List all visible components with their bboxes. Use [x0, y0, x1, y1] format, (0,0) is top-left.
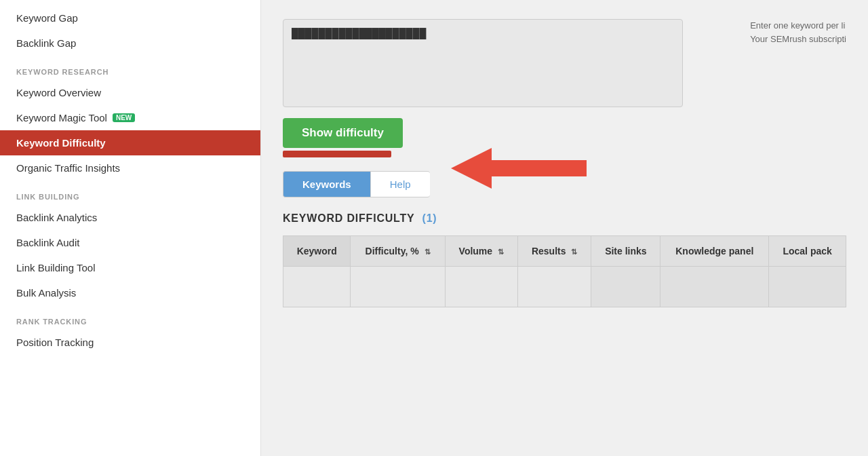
col-header-keyword: Keyword — [283, 236, 351, 267]
col-header-local-pack: Local pack — [769, 236, 846, 267]
section-label-link-building: LINK BUILDING — [0, 180, 260, 205]
col-header-difficulty[interactable]: Difficulty, % ⇅ — [351, 236, 445, 267]
section-heading: KEYWORD DIFFICULTY (1) — [283, 212, 846, 225]
sidebar-item-keyword-difficulty[interactable]: Keyword Difficulty — [0, 130, 260, 155]
section-label-rank-tracking: RANK TRACKING — [0, 305, 260, 330]
show-difficulty-button[interactable]: Show difficulty — [283, 118, 403, 148]
section-label-keyword-research: KEYWORD RESEARCH — [0, 56, 260, 80]
new-badge: NEW — [113, 113, 135, 122]
keyword-difficulty-table: Keyword Difficulty, % ⇅ Volume ⇅ Results… — [283, 235, 846, 307]
tab-keywords[interactable]: Keywords — [283, 171, 370, 197]
tabs-row: Keywords Help — [283, 171, 846, 197]
sidebar-item-backlink-audit[interactable]: Backlink Audit — [0, 230, 260, 255]
red-bar-indicator — [283, 151, 391, 157]
keyword-input[interactable]: ████████████████████ — [283, 19, 683, 107]
col-header-results[interactable]: Results ⇅ — [517, 236, 591, 267]
col-header-volume[interactable]: Volume ⇅ — [445, 236, 517, 267]
sidebar-item-organic-traffic-insights[interactable]: Organic Traffic Insights — [0, 155, 260, 180]
sort-icon-volume: ⇅ — [498, 248, 504, 256]
col-header-knowledge-panel: Knowledge panel — [660, 236, 769, 267]
sidebar-item-keyword-gap[interactable]: Keyword Gap — [0, 5, 260, 31]
sidebar-item-bulk-analysis[interactable]: Bulk Analysis — [0, 280, 260, 305]
col-header-site-links: Site links — [591, 236, 660, 267]
table-row — [283, 267, 846, 307]
sort-icon-results: ⇅ — [571, 248, 577, 256]
sidebar-item-backlink-analytics[interactable]: Backlink Analytics — [0, 205, 260, 230]
sidebar-item-position-tracking[interactable]: Position Tracking — [0, 330, 260, 355]
sidebar-item-link-building-tool[interactable]: Link Building Tool — [0, 255, 260, 280]
sort-icon-difficulty: ⇅ — [425, 248, 431, 256]
sidebar-item-keyword-magic-tool[interactable]: Keyword Magic Tool NEW — [0, 105, 260, 130]
tab-help[interactable]: Help — [370, 171, 430, 197]
sidebar-item-backlink-gap[interactable]: Backlink Gap — [0, 31, 260, 56]
main-content: Enter one keyword per li Your SEMrush su… — [261, 0, 868, 456]
sidebar-item-keyword-overview[interactable]: Keyword Overview — [0, 80, 260, 105]
sidebar: Keyword Gap Backlink Gap KEYWORD RESEARC… — [0, 0, 261, 456]
